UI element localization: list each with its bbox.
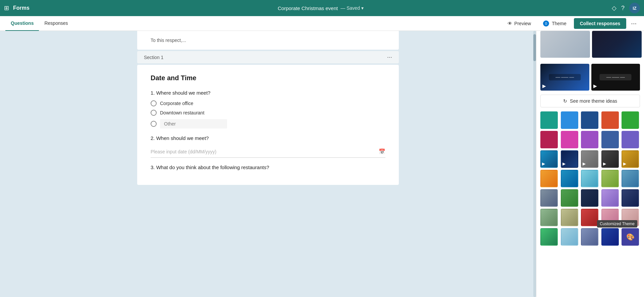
color-swatch-25[interactable]	[540, 209, 558, 226]
diamond-icon[interactable]: ◇	[612, 4, 616, 12]
theme-img-top-2[interactable]	[592, 31, 642, 58]
refresh-icon: ↻	[563, 98, 567, 104]
color-swatch-2[interactable]	[581, 111, 598, 129]
color-swatch-12[interactable]: ▶	[581, 150, 598, 168]
see-more-themes-button[interactable]: ↻ See more theme ideas	[540, 95, 640, 107]
swatch-play-icon: ▶	[583, 161, 586, 166]
color-swatch-23[interactable]	[601, 189, 619, 207]
color-swatch-20[interactable]	[540, 189, 558, 207]
color-swatch-17[interactable]	[581, 170, 598, 187]
theme-button[interactable]: 0 Theme	[538, 18, 571, 29]
question-2: 2. When should we meet? Please input dat…	[151, 135, 385, 158]
radio-other[interactable]	[151, 121, 157, 127]
theme-img-top-1[interactable]	[540, 31, 590, 58]
preview-icon: 👁	[507, 21, 512, 26]
color-swatch-0[interactable]	[540, 111, 558, 129]
theme-preview-1[interactable]: ── ─── ── ▶	[540, 64, 589, 91]
tab-questions[interactable]: Questions	[5, 16, 39, 31]
color-swatch-27[interactable]	[581, 209, 598, 226]
question-card-main: Date and Time 1. Where should we meet? C…	[137, 65, 399, 185]
question-3-text: 3. What do you think about the following…	[151, 164, 385, 170]
topbar: ⊞ Forms Corporate Christmas event — Save…	[0, 0, 644, 16]
main-layout: To this respect,... Section 1 ··· Date a…	[0, 31, 644, 297]
tab-right-actions: 👁 Preview 0 Theme Collect responses ···	[503, 18, 639, 29]
radio-option-3[interactable]	[151, 119, 385, 129]
option-corporate-office: Corporate office	[160, 101, 193, 106]
scroll-thumb[interactable]	[533, 34, 536, 61]
color-swatch-4[interactable]	[622, 111, 639, 129]
color-swatch-33[interactable]	[601, 228, 619, 246]
question-3: 3. What do you think about the following…	[151, 164, 385, 170]
color-grid: ▶▶▶▶▶🎨	[536, 111, 644, 246]
radio-corporate[interactable]	[151, 100, 157, 106]
color-swatch-10[interactable]: ▶	[540, 150, 558, 168]
question-1: 1. Where should we meet? Corporate offic…	[151, 90, 385, 129]
radio-downtown[interactable]	[151, 110, 157, 116]
color-swatch-28[interactable]	[601, 209, 619, 226]
date-input-row: Please input date (dd/MM/yyyy) 📅	[151, 146, 385, 158]
option-downtown-restaurant: Downtown restaurant	[160, 110, 204, 115]
color-swatch-31[interactable]	[561, 228, 578, 246]
theme-preview-row: ── ─── ── ▶ ── ─── ── ▶	[536, 61, 644, 93]
color-swatch-1[interactable]	[561, 111, 578, 129]
theme-top-images	[536, 31, 644, 61]
section-more-button[interactable]: ···	[387, 54, 392, 61]
collect-responses-button[interactable]: Collect responses	[574, 18, 627, 29]
topbar-right: ◇ ? IZ	[612, 3, 640, 13]
saved-status[interactable]: — Saved ▾	[340, 5, 364, 11]
tab-responses[interactable]: Responses	[39, 16, 73, 31]
play-icon-2: ▶	[593, 83, 597, 89]
play-icon-1: ▶	[542, 83, 546, 89]
color-swatch-30[interactable]	[540, 228, 558, 246]
section-label: Section 1	[144, 55, 163, 60]
question-1-text: 1. Where should we meet?	[151, 90, 385, 96]
app-name: Forms	[13, 5, 30, 11]
form-title[interactable]: Corporate Christmas event	[278, 5, 338, 11]
color-swatch-8[interactable]	[601, 131, 619, 148]
color-swatch-9[interactable]	[622, 131, 639, 148]
help-icon[interactable]: ?	[621, 5, 625, 12]
form-scroll-content: To this respect,... Section 1 ··· Date a…	[0, 31, 536, 297]
date-time-title: Date and Time	[151, 74, 385, 82]
date-placeholder: Please input date (dd/MM/yyyy)	[151, 149, 376, 154]
radio-option-2[interactable]: Downtown restaurant	[151, 110, 385, 116]
color-swatch-22[interactable]	[581, 189, 598, 207]
color-swatch-14[interactable]: ▶	[622, 150, 639, 168]
theme-notification-badge: 0	[543, 20, 549, 27]
theme-preview-2[interactable]: ── ─── ── ▶	[591, 64, 640, 91]
color-swatch-13[interactable]: ▶	[601, 150, 619, 168]
avatar[interactable]: IZ	[629, 3, 640, 13]
color-swatch-3[interactable]	[601, 111, 619, 129]
color-swatch-7[interactable]	[581, 131, 598, 148]
swatch-play-icon: ▶	[623, 161, 626, 166]
section-bar: Section 1 ···	[137, 51, 399, 63]
topbar-center: Corporate Christmas event — Saved ▾	[34, 5, 608, 11]
form-intro-card: To this respect,...	[137, 31, 399, 50]
radio-option-1[interactable]: Corporate office	[151, 100, 385, 106]
color-swatch-6[interactable]	[561, 131, 578, 148]
color-swatch-11[interactable]: ▶	[561, 150, 578, 168]
color-swatch-18[interactable]	[601, 170, 619, 187]
form-intro-text: To this respect,...	[151, 38, 385, 43]
swatch-play-icon: ▶	[542, 161, 545, 166]
color-swatch-26[interactable]	[561, 209, 578, 226]
preview-button[interactable]: 👁 Preview	[503, 19, 536, 28]
color-swatch-5[interactable]	[540, 131, 558, 148]
more-options-button[interactable]: ···	[629, 19, 639, 27]
color-swatch-29[interactable]	[622, 209, 639, 226]
color-swatch-32[interactable]	[581, 228, 598, 246]
color-swatch-21[interactable]	[561, 189, 578, 207]
grid-icon[interactable]: ⊞	[4, 4, 9, 12]
color-swatch-24[interactable]	[622, 189, 639, 207]
color-swatch-34[interactable]: 🎨	[622, 228, 639, 246]
color-swatch-19[interactable]	[622, 170, 639, 187]
scrollbar[interactable]	[533, 31, 536, 297]
color-swatch-15[interactable]	[540, 170, 558, 187]
swatch-play-icon: ▶	[562, 161, 566, 166]
other-input[interactable]	[160, 119, 227, 129]
tabbar: Questions Responses 👁 Preview 0 Theme Co…	[0, 16, 644, 31]
theme-panel: ── ─── ── ▶ ── ─── ── ▶ ↻ See more theme…	[536, 31, 644, 297]
calendar-icon[interactable]: 📅	[379, 148, 385, 155]
color-swatch-16[interactable]	[561, 170, 578, 187]
form-area: To this respect,... Section 1 ··· Date a…	[0, 31, 536, 297]
